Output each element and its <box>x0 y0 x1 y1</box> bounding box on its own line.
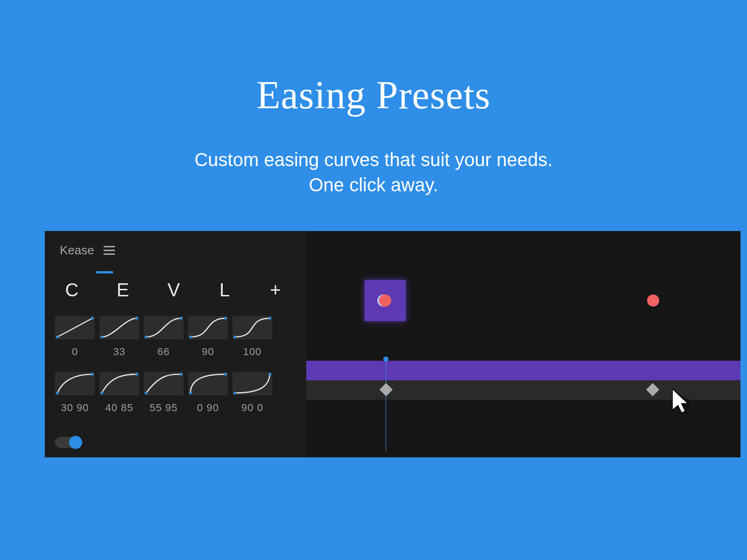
svg-point-14 <box>145 392 148 394</box>
svg-point-0 <box>56 336 59 338</box>
page-title: Easing Presets <box>0 72 747 118</box>
menu-icon[interactable] <box>104 246 115 255</box>
svg-point-8 <box>233 336 236 338</box>
svg-point-15 <box>180 373 183 376</box>
preset-cell[interactable]: 0 90 <box>188 372 228 414</box>
cursor-icon <box>672 389 700 421</box>
curve-thumb <box>188 372 228 395</box>
tab-bar: C E V L + <box>55 280 296 301</box>
ball-start <box>379 294 391 307</box>
preset-label: 0 90 <box>188 402 228 414</box>
preset-label: 30 90 <box>55 402 95 414</box>
svg-point-11 <box>91 373 94 376</box>
svg-point-16 <box>189 392 192 394</box>
curve-thumb <box>233 316 272 339</box>
preset-cell[interactable]: 0 <box>55 316 95 358</box>
curve-thumb <box>144 316 183 339</box>
preset-cell[interactable]: 90 0 <box>233 372 272 414</box>
preset-label: 33 <box>99 346 139 358</box>
preset-label: 66 <box>144 346 183 358</box>
ball-end <box>647 294 659 307</box>
preset-label: 55 95 <box>144 402 183 414</box>
toggle-knob <box>69 436 82 449</box>
svg-point-3 <box>135 317 138 320</box>
sidebar: Kease C E V L + 0336690100 30 9040 8555 … <box>45 231 306 457</box>
app-panel: Kease C E V L + 0336690100 30 9040 8555 … <box>45 231 740 457</box>
svg-point-2 <box>100 336 103 338</box>
curve-thumb <box>233 372 272 395</box>
preset-label: 100 <box>233 346 272 358</box>
svg-point-18 <box>233 392 236 394</box>
preset-cell[interactable]: 66 <box>144 316 183 358</box>
svg-point-6 <box>189 336 192 338</box>
playhead[interactable] <box>386 358 386 451</box>
curve-thumb <box>99 316 139 339</box>
svg-point-17 <box>224 373 227 376</box>
preset-cell[interactable]: 33 <box>99 316 139 358</box>
preset-cell[interactable]: 100 <box>233 316 272 358</box>
preset-label: 90 <box>188 346 228 358</box>
timeline-layer-bar[interactable] <box>306 361 740 380</box>
svg-point-7 <box>224 317 227 320</box>
curve-thumb <box>55 316 95 339</box>
preset-label: 40 85 <box>99 402 139 414</box>
curve-thumb <box>99 372 139 395</box>
svg-point-4 <box>145 336 148 338</box>
tab-v[interactable]: V <box>157 280 194 301</box>
active-tab-indicator <box>96 271 113 273</box>
preset-cell[interactable]: 90 <box>188 316 228 358</box>
preset-label: 0 <box>55 346 95 358</box>
brand-label: Kease <box>60 243 94 258</box>
page-subtitle: Custom easing curves that suit your need… <box>0 147 747 197</box>
preset-label: 90 0 <box>233 402 272 414</box>
svg-point-19 <box>268 373 271 376</box>
preset-cell[interactable]: 30 90 <box>55 372 95 414</box>
curve-thumb <box>55 372 95 395</box>
preset-cell[interactable]: 55 95 <box>144 372 183 414</box>
svg-point-13 <box>135 373 138 376</box>
preset-row-2: 30 9040 8555 950 9090 0 <box>55 372 272 414</box>
subtitle-line-1: Custom easing curves that suit your need… <box>194 149 552 170</box>
preset-cell[interactable]: 40 85 <box>99 372 139 414</box>
subtitle-line-2: One click away. <box>309 175 438 195</box>
panel-header: Kease <box>60 243 115 258</box>
tab-c[interactable]: C <box>55 280 92 301</box>
stage <box>306 231 740 457</box>
svg-point-5 <box>180 317 183 320</box>
svg-point-12 <box>100 392 103 394</box>
tab-l[interactable]: L <box>208 280 245 301</box>
svg-point-10 <box>56 392 59 394</box>
tab-e[interactable]: E <box>106 280 143 301</box>
svg-point-1 <box>91 317 94 320</box>
toggle-switch[interactable] <box>55 437 81 448</box>
svg-point-9 <box>268 317 271 320</box>
preset-row-1: 0336690100 <box>55 316 272 358</box>
tab-plus[interactable]: + <box>259 280 296 301</box>
curve-thumb <box>188 316 228 339</box>
curve-thumb <box>144 372 183 395</box>
